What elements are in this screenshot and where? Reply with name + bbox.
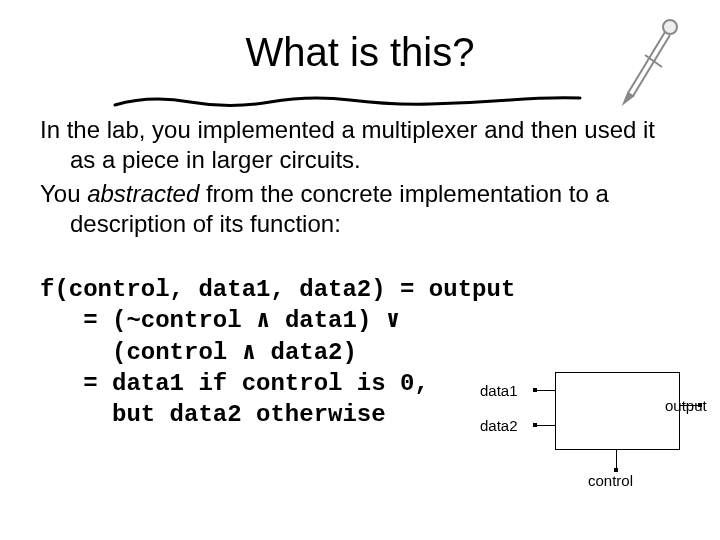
underline-squiggle-icon (110, 90, 590, 115)
code-line-1: f(control, data1, data2) = output (40, 276, 515, 303)
label-data2: data2 (480, 417, 518, 434)
code-line-4: = data1 if control is 0, (40, 370, 429, 397)
svg-line-2 (633, 35, 670, 96)
mux-diagram: data1 data2 control output (480, 360, 710, 490)
para2-italic: abstracted (87, 180, 199, 207)
code-line-3: (control ∧ data2) (40, 339, 357, 366)
label-data1: data1 (480, 382, 518, 399)
data1-tick (533, 388, 537, 392)
svg-line-1 (628, 32, 665, 93)
label-output: output (665, 397, 707, 414)
data2-tick (533, 423, 537, 427)
mux-box (555, 372, 680, 450)
sword-icon (610, 15, 690, 115)
label-control: control (588, 472, 633, 489)
data1-wire (535, 390, 555, 391)
paragraph-2: You abstracted from the concrete impleme… (40, 179, 680, 239)
slide-title: What is this? (246, 30, 475, 75)
code-line-2: = (~control ∧ data1) ∨ (40, 307, 400, 334)
data2-wire (535, 425, 555, 426)
svg-point-0 (663, 20, 677, 34)
code-line-5: but data2 otherwise (40, 401, 386, 428)
slide: What is this? In the lab, you implemente… (0, 0, 720, 540)
para2-part-a: You (40, 180, 87, 207)
paragraph-1: In the lab, you implemented a multiplexe… (40, 115, 680, 175)
title-area: What is this? (40, 30, 680, 75)
control-wire (616, 450, 617, 470)
